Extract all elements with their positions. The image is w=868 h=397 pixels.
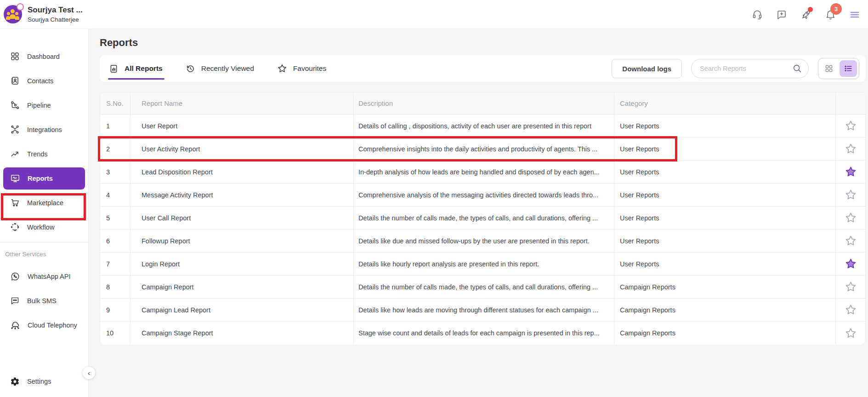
table-row[interactable]: 7Login ReportDetails like hourly report … (100, 253, 865, 276)
favourite-star-icon[interactable] (845, 281, 857, 293)
cell-report-name: Login Report (130, 253, 354, 275)
table-row[interactable]: 5User Call ReportDetails the number of c… (100, 207, 865, 230)
table-row[interactable]: 3Lead Disposition ReportIn-depth analysi… (100, 161, 865, 184)
favourite-star-icon[interactable] (845, 189, 857, 201)
cell-sno: 3 (100, 161, 130, 183)
cell-description: Details the number of calls made, the ty… (354, 207, 614, 229)
cell-sno: 7 (100, 253, 130, 275)
sidebar: Dashboard Contacts Pipeline (0, 29, 89, 397)
sidebar-item-reports[interactable]: Reports (3, 167, 85, 190)
cell-report-name: Message Activity Report (130, 184, 354, 206)
reports-table: S.No. Report Name Description Category 1… (100, 92, 866, 345)
favourite-star-icon[interactable] (845, 235, 857, 247)
cell-category: Campaign Reports (614, 322, 836, 345)
bulk-sms-bubble-icon (10, 296, 20, 305)
cell-sno: 4 (100, 184, 130, 206)
favourite-star-icon[interactable] (845, 212, 857, 224)
column-header-description: Description (354, 92, 614, 114)
tab-recently-viewed[interactable]: Recently Viewed (186, 55, 254, 82)
favourite-star-filled-icon[interactable] (845, 166, 857, 178)
cell-description: Details of calling , dispositions, activ… (354, 115, 614, 137)
menu-hamburger-icon[interactable] (849, 9, 861, 21)
sidebar-item-dashboard[interactable]: Dashboard (0, 44, 88, 69)
rocket-alert-dot (808, 7, 813, 12)
sidebar-item-workflow[interactable]: Workflow (0, 215, 88, 239)
cell-favourite[interactable] (836, 161, 865, 183)
whats-new-rocket-icon[interactable] (800, 9, 812, 21)
notifications-bell-icon[interactable]: 3 (824, 9, 836, 21)
cell-report-name: User Call Report (130, 207, 354, 229)
favourite-star-filled-icon[interactable] (845, 258, 857, 270)
column-header-sno: S.No. (100, 92, 130, 114)
tab-label: All Reports (125, 64, 163, 73)
contacts-book-icon (10, 76, 20, 86)
sidebar-item-label: Trends (27, 150, 48, 158)
cell-favourite[interactable] (836, 253, 865, 275)
sidebar-item-trends[interactable]: Trends (0, 142, 88, 166)
cell-category: Campaign Reports (614, 299, 836, 321)
grid-view-button[interactable] (820, 60, 838, 77)
tab-favourites[interactable]: Favourites (277, 55, 326, 82)
sidebar-item-pipeline[interactable]: Pipeline (0, 93, 88, 117)
cell-favourite[interactable] (836, 276, 865, 298)
sidebar-item-bulk-sms[interactable]: Bulk SMS (0, 288, 88, 313)
cell-favourite[interactable] (836, 299, 865, 321)
cell-report-name: Campaign Stage Report (130, 322, 354, 345)
cell-report-name: Campaign Lead Report (130, 299, 354, 321)
cell-category: User Reports (614, 115, 836, 137)
table-row[interactable]: 2User Activity ReportComprehensive insig… (100, 138, 865, 161)
pipeline-nodes-icon (10, 100, 20, 110)
cell-favourite[interactable] (836, 207, 865, 229)
workspace-brand[interactable]: Sourjya Test ... Sourjya Chatterjee (0, 5, 83, 23)
sidebar-item-label: Settings (27, 378, 51, 385)
search-input[interactable] (691, 59, 809, 78)
table-row[interactable]: 1User ReportDetails of calling , disposi… (100, 115, 865, 138)
top-bar: Sourjya Test ... Sourjya Chatterjee (0, 0, 868, 29)
cell-category: User Reports (614, 253, 836, 275)
sidebar-item-contacts[interactable]: Contacts (0, 69, 88, 93)
sidebar-item-marketplace[interactable]: Marketplace (0, 190, 88, 215)
column-header-favourite (836, 92, 865, 114)
cell-category: User Reports (614, 207, 836, 229)
favourite-star-icon[interactable] (845, 143, 857, 155)
avatar-badge-icon (17, 3, 24, 11)
page-title: Reports (100, 37, 138, 49)
table-header-row: S.No. Report Name Description Category (100, 92, 865, 115)
cell-favourite[interactable] (836, 322, 865, 345)
sidebar-item-whatsapp-api[interactable]: WhatsApp API (0, 264, 88, 288)
cell-sno: 5 (100, 207, 130, 229)
sidebar-item-label: Pipeline (27, 102, 51, 109)
sidebar-item-integrations[interactable]: Integrations (0, 117, 88, 142)
cell-favourite[interactable] (836, 230, 865, 252)
cell-favourite[interactable] (836, 184, 865, 206)
cell-favourite[interactable] (836, 115, 865, 137)
tab-all-reports[interactable]: All Reports (109, 55, 163, 82)
sidebar-item-label: Workflow (27, 224, 54, 231)
table-row[interactable]: 8Campaign ReportDetails the number of ca… (100, 276, 865, 299)
table-row[interactable]: 6Followup ReportDetails like due and mis… (100, 230, 865, 253)
cell-report-name: Lead Disposition Report (130, 161, 354, 183)
sidebar-collapse-button[interactable]: ‹ (83, 367, 95, 379)
app-window: Sourjya Test ... Sourjya Chatterjee (0, 0, 868, 397)
download-logs-button[interactable]: Download logs (612, 59, 682, 78)
support-headset-icon[interactable] (751, 9, 763, 21)
table-row[interactable]: 10Campaign Stage ReportStage wise count … (100, 322, 865, 345)
cell-description: Stage wise count and details of leads fo… (354, 322, 614, 345)
sidebar-item-settings[interactable]: Settings (0, 372, 88, 391)
sidebar-item-label: Bulk SMS (27, 297, 57, 305)
star-icon (277, 63, 287, 74)
favourite-star-icon[interactable] (845, 120, 857, 132)
cell-sno: 2 (100, 138, 130, 160)
table-row[interactable]: 4Message Activity ReportComprehensive an… (100, 184, 865, 207)
cell-sno: 6 (100, 230, 130, 252)
table-row[interactable]: 9Campaign Lead ReportDetails like how le… (100, 299, 865, 322)
cell-favourite[interactable] (836, 138, 865, 160)
reports-toolbar: All Reports Recently Viewed Favourites (100, 55, 866, 82)
favourite-star-icon[interactable] (845, 327, 857, 339)
sidebar-item-cloud-telephony[interactable]: Cloud Telephony (0, 313, 88, 337)
marketplace-cart-icon (10, 198, 20, 207)
list-view-button[interactable] (840, 60, 857, 77)
cell-description: Comprehensive insights into the daily ac… (354, 138, 614, 160)
favourite-star-icon[interactable] (845, 304, 857, 316)
feedback-message-plus-icon[interactable] (776, 9, 788, 21)
